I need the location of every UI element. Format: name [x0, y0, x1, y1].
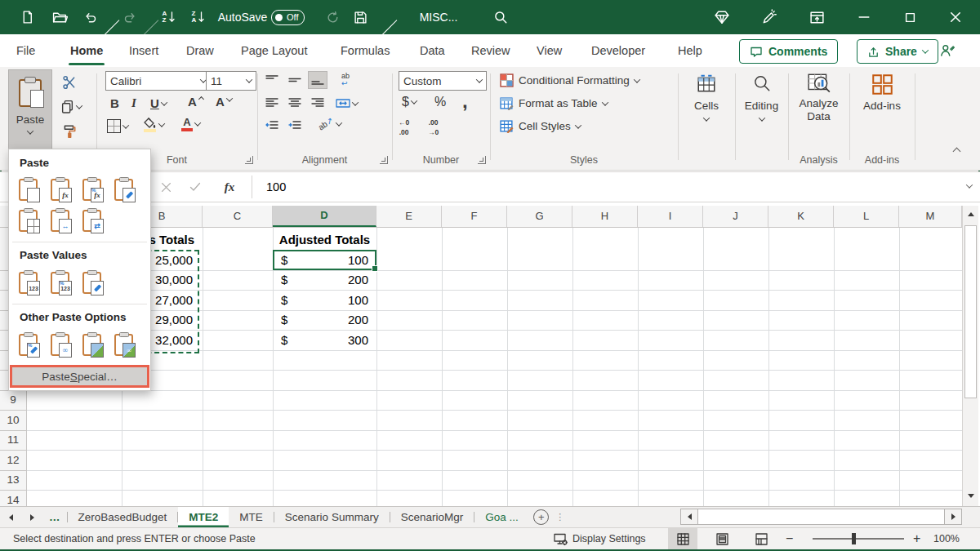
paste-option-formulas[interactable]: fx	[49, 179, 71, 201]
decrease-indent-button[interactable]	[262, 117, 282, 135]
collapse-ribbon-icon[interactable]	[953, 148, 961, 156]
tab-splitter-handle[interactable]: ⋮	[554, 507, 567, 527]
autosave-toggle[interactable]: Off	[271, 0, 305, 34]
paste-option-paste[interactable]	[17, 179, 39, 201]
fill-color-button[interactable]	[144, 118, 164, 132]
cut-button[interactable]	[62, 75, 77, 90]
horizontal-scrollbar[interactable]	[680, 509, 962, 525]
scroll-up-button[interactable]	[963, 206, 979, 222]
row-header-13[interactable]: 13	[0, 470, 26, 490]
tab-insert[interactable]: Insert	[126, 34, 162, 67]
align-bottom-button[interactable]	[308, 71, 327, 89]
enter-button[interactable]	[185, 172, 206, 202]
borders-button[interactable]	[107, 119, 128, 133]
sheet-tab-scenariomgr[interactable]: ScenarioMgr	[390, 507, 474, 527]
alignment-dialog-launcher[interactable]	[380, 156, 388, 164]
cell-styles-button[interactable]: Cell Styles	[500, 119, 581, 133]
cell-adjusted-value[interactable]: $200	[273, 270, 376, 290]
increase-decimal-button[interactable]: ←0 .00	[399, 119, 409, 136]
sheet-tab-overflow[interactable]: …	[42, 507, 67, 527]
tab-formulas[interactable]: Formulas	[337, 34, 393, 67]
tab-file[interactable]: File	[13, 34, 38, 67]
column-header-m[interactable]: M	[899, 206, 962, 227]
align-right-button[interactable]	[308, 94, 327, 112]
format-as-table-button[interactable]: Format as Table	[500, 96, 608, 110]
font-dialog-launcher[interactable]	[245, 156, 253, 164]
format-painter-button[interactable]	[62, 124, 77, 139]
paste-option-keep-source-column-widths[interactable]: ↔	[49, 210, 71, 232]
cells-button[interactable]: Cells	[678, 73, 735, 122]
maximize-button[interactable]	[895, 0, 924, 34]
active-cell-selection[interactable]	[273, 250, 376, 270]
number-format-combo[interactable]: Custom	[399, 71, 487, 91]
sort-descending-button[interactable]: ZA	[186, 0, 211, 34]
column-header-f[interactable]: F	[442, 206, 507, 227]
cell-adjusted-value[interactable]: $100	[273, 291, 376, 310]
tab-review[interactable]: Review	[468, 34, 514, 67]
font-color-button[interactable]: A	[181, 117, 200, 131]
cell-adjusted-header[interactable]: Adjusted Totals	[273, 230, 376, 250]
sheet-tab-mte2[interactable]: MTE2	[178, 507, 229, 527]
premium-button[interactable]	[709, 0, 735, 34]
row-header-10[interactable]: 10	[0, 411, 26, 430]
document-title[interactable]: MISC...	[412, 0, 465, 34]
analyze-data-button[interactable]: Analyze Data	[788, 72, 849, 123]
cell-adjusted-value[interactable]: $300	[273, 331, 376, 350]
vertical-scroll-thumb[interactable]	[964, 225, 977, 398]
row-header-9[interactable]: 9	[0, 390, 26, 410]
font-size-combo[interactable]: 11	[206, 71, 256, 91]
percent-format-button[interactable]: %	[434, 95, 446, 109]
conditional-formatting-button[interactable]: Conditional Formatting	[500, 73, 639, 87]
paste-option-paste-link[interactable]: ∞	[49, 334, 71, 356]
wrap-text-button[interactable]: ab ↩	[336, 71, 355, 89]
paste-button[interactable]: Paste	[8, 69, 52, 150]
tab-help[interactable]: Help	[675, 34, 706, 67]
row-header-11[interactable]: 11	[0, 430, 26, 450]
sheet-nav-right[interactable]	[21, 507, 42, 527]
column-header-l[interactable]: L	[834, 206, 899, 227]
zoom-thumb[interactable]	[852, 533, 856, 544]
column-header-i[interactable]: I	[638, 206, 703, 227]
column-header-h[interactable]: H	[572, 206, 638, 227]
undo-button[interactable]	[80, 0, 101, 34]
new-file-button[interactable]	[15, 0, 39, 34]
sheet-tab-scenario-summary[interactable]: Scenario Summary	[274, 507, 390, 527]
save-button[interactable]	[350, 0, 371, 34]
align-center-button[interactable]	[285, 94, 305, 112]
minimize-button[interactable]	[849, 0, 879, 34]
open-button[interactable]	[47, 0, 72, 34]
display-settings-button[interactable]: Display Settings	[554, 528, 646, 549]
zoom-in-button[interactable]: +	[913, 528, 920, 549]
currency-format-button[interactable]: $	[402, 95, 416, 109]
fill-handle[interactable]	[372, 265, 378, 272]
cell-adjusted-value[interactable]: $200	[273, 310, 376, 330]
font-name-combo[interactable]: Calibri	[105, 71, 211, 91]
paste-special-menu-item[interactable]: Paste Special…	[10, 365, 149, 388]
column-header-c[interactable]: C	[203, 206, 273, 227]
column-header-g[interactable]: G	[507, 206, 572, 227]
tab-page-layout[interactable]: Page Layout	[238, 34, 310, 67]
zoom-level[interactable]: 100%	[933, 528, 960, 549]
tab-draw[interactable]: Draw	[183, 34, 217, 67]
share-button[interactable]: Share	[857, 39, 938, 64]
insert-function-button[interactable]: fx	[217, 172, 242, 202]
horizontal-scroll-thumb[interactable]	[697, 509, 945, 524]
paste-option-values[interactable]: 123	[17, 272, 39, 294]
cancel-button[interactable]	[155, 172, 176, 202]
column-header-k[interactable]: K	[768, 206, 834, 227]
column-header-e[interactable]: E	[376, 206, 442, 227]
page-break-view-button[interactable]	[746, 528, 776, 549]
close-button[interactable]	[941, 0, 970, 34]
decrease-decimal-button[interactable]: .00 →0	[428, 119, 439, 136]
comma-format-button[interactable]: ,	[462, 90, 468, 113]
copy-button[interactable]	[60, 100, 82, 113]
tab-developer[interactable]: Developer	[588, 34, 648, 67]
italic-button[interactable]: I	[131, 96, 136, 110]
column-header-j[interactable]: J	[703, 206, 768, 227]
zoom-out-button[interactable]: −	[786, 528, 793, 549]
sort-ascending-button[interactable]: AZ	[157, 0, 181, 34]
paste-option-formulas-number-formatting[interactable]: fx	[81, 179, 103, 201]
paste-option-no-borders[interactable]	[17, 210, 39, 232]
new-sheet-button[interactable]: +	[529, 507, 554, 527]
tab-home[interactable]: Home	[67, 34, 106, 67]
